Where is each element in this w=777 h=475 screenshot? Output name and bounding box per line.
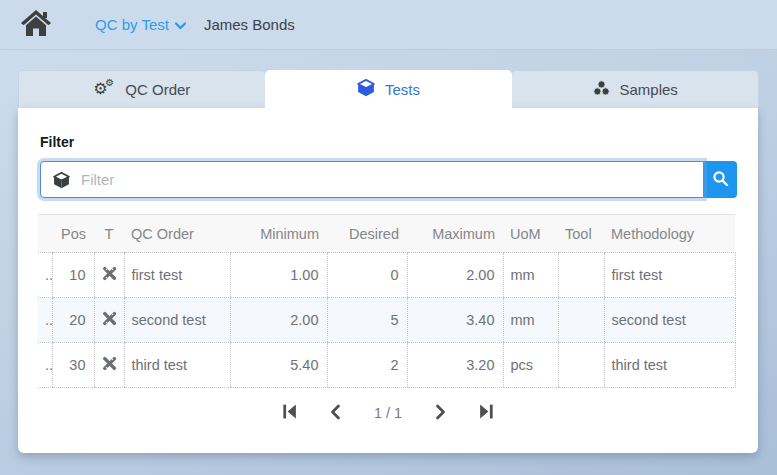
search-icon: [712, 170, 729, 190]
tab-qc-order-label: QC Order: [125, 81, 190, 98]
cell-maximum: 3.40: [407, 298, 503, 343]
search-button[interactable]: [704, 161, 737, 198]
table-row[interactable]: ... 10 first test 1.00 0 2.00 mm first t…: [38, 253, 735, 298]
cube-icon: [53, 172, 70, 193]
chevron-left-icon: [328, 404, 343, 423]
cube-icon: [357, 79, 375, 100]
cell-desired: 2: [327, 343, 407, 388]
prev-page-button[interactable]: [326, 402, 345, 425]
nav-dropdown[interactable]: QC by Test: [95, 16, 186, 33]
row-expander[interactable]: ...: [38, 298, 52, 343]
cell-uom: mm: [503, 298, 558, 343]
chevron-right-icon: [433, 404, 448, 423]
cell-qc-order: third test: [124, 343, 230, 388]
tests-panel: Filter: [18, 108, 758, 453]
cell-uom: mm: [503, 253, 558, 298]
molecule-icon: [593, 80, 610, 99]
cell-tool: [558, 343, 604, 388]
col-type: T: [94, 215, 124, 253]
cell-type: [94, 343, 124, 388]
cell-desired: 0: [327, 253, 407, 298]
cell-pos: 10: [52, 253, 94, 298]
tab-samples[interactable]: Samples: [511, 70, 759, 108]
filter-input-group: [40, 161, 737, 198]
cell-type: [94, 298, 124, 343]
nav-dropdown-label: QC by Test: [95, 16, 169, 33]
cell-tool: [558, 298, 604, 343]
col-desired: Desired: [327, 215, 407, 253]
page-indicator: 1 / 1: [371, 405, 405, 421]
skip-first-icon: [281, 403, 298, 423]
home-icon: [20, 9, 52, 41]
cell-maximum: 2.00: [407, 253, 503, 298]
tab-bar: ⚙⚙ QC Order Tests Samples: [18, 70, 758, 108]
cell-pos: 20: [52, 298, 94, 343]
col-uom: UoM: [503, 215, 558, 253]
cell-pos: 30: [52, 343, 94, 388]
cell-maximum: 3.20: [407, 343, 503, 388]
cell-uom: pcs: [503, 343, 558, 388]
cell-minimum: 2.00: [230, 298, 327, 343]
row-expander[interactable]: ...: [38, 343, 52, 388]
col-qc-order: QC Order: [124, 215, 230, 253]
pencil-ruler-icon: [102, 358, 117, 374]
row-expander[interactable]: ...: [38, 253, 52, 298]
tab-samples-label: Samples: [620, 81, 678, 98]
table-row[interactable]: ... 20 second test 2.00 5 3.40 mm second…: [38, 298, 735, 343]
table-header-row: Pos T QC Order Minimum Desired Maximum U…: [38, 215, 735, 253]
cell-type: [94, 253, 124, 298]
cell-methodology: second test: [604, 298, 735, 343]
next-page-button[interactable]: [431, 402, 450, 425]
pencil-ruler-icon: [102, 268, 117, 284]
tab-tests[interactable]: Tests: [265, 70, 513, 108]
skip-last-icon: [478, 403, 495, 423]
cell-methodology: third test: [604, 343, 735, 388]
cell-qc-order: second test: [124, 298, 230, 343]
pagination: 1 / 1: [18, 400, 758, 426]
chevron-down-icon: [175, 16, 186, 33]
user-name: James Bonds: [204, 16, 295, 33]
filter-input-wrap: [40, 161, 704, 198]
cell-qc-order: first test: [124, 253, 230, 298]
tests-table: Pos T QC Order Minimum Desired Maximum U…: [38, 214, 736, 388]
table-row[interactable]: ... 30 third test 5.40 2 3.20 pcs third …: [38, 343, 735, 388]
tab-tests-label: Tests: [385, 81, 420, 98]
cell-minimum: 5.40: [230, 343, 327, 388]
last-page-button[interactable]: [476, 401, 497, 425]
cell-methodology: first test: [604, 253, 735, 298]
gears-icon: ⚙⚙: [93, 80, 115, 100]
col-maximum: Maximum: [407, 215, 503, 253]
filter-label: Filter: [40, 134, 74, 150]
cell-desired: 5: [327, 298, 407, 343]
cell-tool: [558, 253, 604, 298]
col-expander: [38, 215, 52, 253]
topbar: QC by Test James Bonds: [0, 0, 777, 50]
tab-qc-order[interactable]: ⚙⚙ QC Order: [18, 70, 266, 108]
col-pos: Pos: [52, 215, 94, 253]
first-page-button[interactable]: [279, 401, 300, 425]
cell-minimum: 1.00: [230, 253, 327, 298]
home-button[interactable]: [20, 9, 52, 41]
pencil-ruler-icon: [102, 313, 117, 329]
col-methodology: Methodology: [604, 215, 735, 253]
filter-input[interactable]: [41, 162, 703, 197]
col-minimum: Minimum: [230, 215, 327, 253]
col-tool: Tool: [558, 215, 604, 253]
